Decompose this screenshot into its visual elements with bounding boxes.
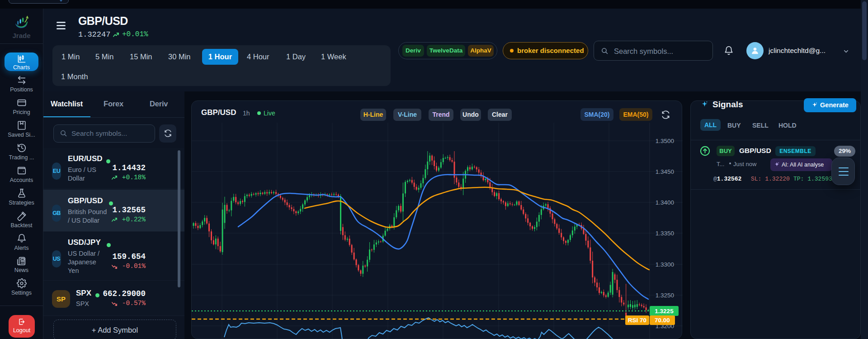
svg-text:1.3500: 1.3500 xyxy=(656,138,674,144)
svg-text:70.00: 70.00 xyxy=(655,317,670,324)
svg-text:1.3250: 1.3250 xyxy=(656,292,674,299)
svg-text:1.3400: 1.3400 xyxy=(656,199,674,206)
svg-text:1.3450: 1.3450 xyxy=(656,168,674,175)
svg-text:1.3225: 1.3225 xyxy=(655,308,674,315)
svg-text:1.3300: 1.3300 xyxy=(656,261,674,268)
svg-text:1.3350: 1.3350 xyxy=(656,230,674,237)
svg-text:RSI 70: RSI 70 xyxy=(628,317,646,324)
